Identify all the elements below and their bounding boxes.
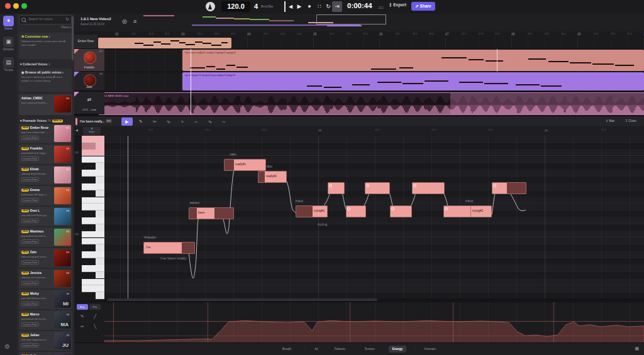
- editing-clip-name[interactable]: I've been really...: [80, 119, 104, 123]
- midi-note[interactable]: [328, 182, 345, 194]
- param-draw-tool[interactable]: ✎: [78, 313, 87, 320]
- monitor-icon[interactable]: ◎: [122, 18, 127, 25]
- voice-list-item-micky[interactable]: NEW Mickyjazz folk flamenco lati...Licen…: [19, 290, 72, 309]
- mixer-icon[interactable]: ≡: [133, 18, 136, 25]
- clip-zalo[interactable]: try to forget#1 forget#2 you baby#1 baby…: [182, 72, 644, 90]
- search-input[interactable]: [27, 16, 65, 21]
- customize-card[interactable]: ✻ Customize now › Upload vocal data, cre…: [19, 33, 72, 59]
- voice-list-item-maximus[interactable]: NEW Maximuspop ballad latin folk la...Li…: [19, 227, 72, 247]
- param-anchor-tool[interactable]: ✏: [78, 323, 87, 330]
- piano-roll-scrollbar[interactable]: [104, 298, 644, 301]
- settings-gear-icon[interactable]: ⚙: [4, 343, 10, 350]
- project-title[interactable]: 1.9.1 New Video2: [80, 17, 111, 21]
- voice-list-item-ember-rose[interactable]: NEW Ember Rosepop clear ballad edm ...Li…: [19, 124, 72, 143]
- voice-list-item-drex-l[interactable]: NEW Drex Lpop r&b funk blues go...Licens…: [19, 207, 72, 226]
- track-header-1-9-1-instr[interactable]: ⇄1.9.1 ...-instr: [74, 92, 104, 114]
- curve-anchor-tool[interactable]: ∽: [191, 117, 202, 126]
- param-erase-tool[interactable]: ╲: [91, 323, 99, 330]
- minimize-window-button[interactable]: [13, 3, 19, 9]
- export-button[interactable]: ↥ Export: [389, 3, 406, 8]
- midi-note[interactable]: [390, 205, 412, 217]
- ruler-beat-label: 24.3: [280, 33, 285, 35]
- midi-note[interactable]: I've: [143, 242, 195, 254]
- midi-note[interactable]: been: [189, 207, 234, 219]
- param-tab-energy[interactable]: Energy: [389, 346, 406, 352]
- curve-line-tool[interactable]: ≈: [177, 117, 188, 126]
- arrangement-minimap[interactable]: [142, 14, 387, 30]
- new-badge: NEW: [21, 188, 29, 192]
- filters-button[interactable]: Filters ▾: [61, 26, 71, 29]
- voice-lang-badge: US: [67, 293, 69, 295]
- voice-list-item-zalo[interactable]: NEW Zalor&b soul gospel reson...License …: [19, 248, 72, 268]
- midi-note[interactable]: [492, 182, 526, 194]
- close-window-button[interactable]: [5, 3, 11, 9]
- sidebar-tab-templa[interactable]: ▤Templa: [0, 57, 17, 76]
- scissors-tool[interactable]: ✂: [149, 117, 160, 126]
- draw-tool[interactable]: ✎: [135, 117, 147, 126]
- sidebar-tab-voices[interactable]: ✦Voices: [0, 16, 17, 35]
- share-button[interactable]: ⇗ Share: [411, 2, 435, 11]
- browse-public-card[interactable]: ◉ Browse all public voices › Discover co…: [19, 68, 72, 92]
- midi-note[interactable]: [346, 205, 366, 217]
- editor-playhead[interactable]: [128, 136, 128, 298]
- voice-list-item-marco[interactable]: NEW Marcopop ballad latin lo-fi b...Lice…: [19, 310, 72, 330]
- voice-list-item-franklin[interactable]: NEW Franklinpop ballad funk regga...Lice…: [19, 145, 72, 164]
- clip-franklin[interactable]: I've been really#1 really#2 trying#1 try…: [182, 50, 644, 71]
- voice-list-item-jessica[interactable]: NEW Jessicar&b pop soul jazz fun...Licen…: [19, 269, 72, 288]
- customize-title[interactable]: ✻ Customize now ›: [21, 35, 69, 38]
- play-icon[interactable]: ▶: [294, 1, 304, 12]
- track-header-franklin[interactable]: ENFranklin: [74, 49, 104, 72]
- env-tab[interactable]: Env: [77, 304, 88, 310]
- voice-list-item-julian[interactable]: NEW Julianlatin pop reggaeton af...Licen…: [19, 331, 72, 351]
- collected-voices-header[interactable]: ▾ Collected Voices 1: [20, 62, 50, 66]
- param-tab-formant[interactable]: Formant: [421, 346, 440, 352]
- voice-list-item-kelly[interactable]: NEW Kellypop ballad ...License PremUSKE: [19, 352, 72, 355]
- maximize-editor-button[interactable]: ↥ Max: [606, 119, 614, 123]
- param-line-tool[interactable]: ╱: [91, 313, 99, 320]
- midi-note[interactable]: trying#1: [296, 205, 328, 217]
- minimap-viewport[interactable]: [316, 14, 386, 25]
- tempo-value[interactable]: 120.0: [221, 1, 250, 12]
- piano-toggle-icon[interactable]: ▦: [635, 346, 639, 351]
- follow-playhead-icon[interactable]: ⇥: [332, 1, 342, 12]
- smooth-tool[interactable]: ∼: [218, 117, 230, 126]
- param-tab-falsetto[interactable]: Falsetto: [331, 346, 349, 352]
- scrollbar-thumb[interactable]: [107, 298, 377, 301]
- record-icon[interactable]: ●: [304, 1, 314, 12]
- energy-curve[interactable]: [104, 302, 644, 343]
- arrange-playhead[interactable]: [191, 49, 191, 114]
- clip-ember-rose[interactable]: [98, 38, 231, 48]
- browse-title[interactable]: ◉ Browse all public voices ›: [21, 70, 69, 74]
- sidebar-tab-samples[interactable]: ▣Samples: [0, 36, 17, 55]
- param-tab-tension[interactable]: Tension: [360, 346, 379, 352]
- curve-draw-tool[interactable]: ∿: [163, 117, 174, 126]
- clip-lang-badge[interactable]: EN: [106, 119, 112, 123]
- midi-note[interactable]: really#1: [224, 159, 266, 171]
- midi-note[interactable]: really#2: [258, 171, 287, 183]
- param-tab-breath[interactable]: Breath: [279, 346, 295, 352]
- clip-1-9-1-instr[interactable]: 1.9.1 NEW VIDEO-instr: [98, 92, 644, 115]
- customize-desc: Upload vocal data, create your own AI vo…: [21, 40, 69, 46]
- par-tab[interactable]: Par: [89, 304, 101, 310]
- beats-per-bar-value[interactable]: 4: [254, 1, 258, 12]
- library-scrollbar[interactable]: [72, 16, 74, 60]
- voice-avatar-initials: MI: [63, 301, 69, 307]
- close-editor-button[interactable]: ↧ Close: [625, 119, 636, 123]
- premade-voices-header[interactable]: ▾ Premade Voices 76 NEW 26: [20, 119, 63, 123]
- track-header-ember-rose[interactable]: Ember Rose: [74, 35, 97, 49]
- cursor-tool[interactable]: ▶: [121, 117, 133, 126]
- midi-note[interactable]: trying#2: [443, 205, 492, 217]
- midi-note[interactable]: [365, 182, 390, 194]
- track-header-zalo[interactable]: ENZalo: [74, 72, 104, 91]
- refresh-icon[interactable]: ↻: [65, 17, 69, 22]
- voice-list-item-emma[interactable]: NEW Emmaballad pop folk kpop s...License…: [19, 186, 72, 205]
- midi-note[interactable]: [412, 182, 445, 194]
- param-tab-air[interactable]: Air: [311, 346, 322, 352]
- voice-search[interactable]: ↻: [19, 15, 72, 25]
- maximize-window-button[interactable]: [21, 3, 27, 9]
- collected-voice-item[interactable]: Adrian_CMDC bass resonant bariton... EN: [19, 94, 72, 115]
- vibrato-tool[interactable]: ∿: [204, 117, 216, 126]
- voice-list-item-elirah[interactable]: NEW Elirahr&b pop ballad breath...Licens…: [19, 165, 72, 185]
- param-bar-line: [553, 302, 554, 343]
- metronome-icon[interactable]: [206, 2, 215, 11]
